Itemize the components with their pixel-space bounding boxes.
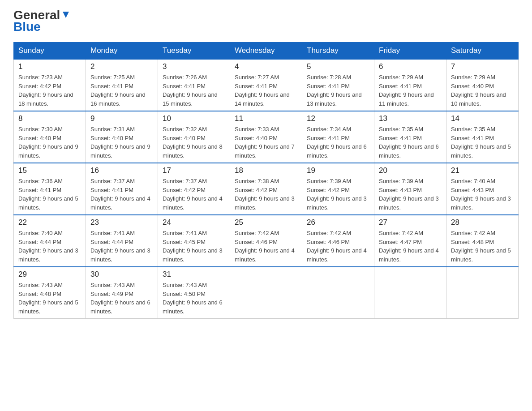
day-number: 8: [18, 114, 81, 123]
day-number: 12: [307, 114, 369, 123]
week-row-4: 22 Sunrise: 7:40 AM Sunset: 4:44 PM Dayl…: [14, 215, 519, 267]
day-number: 31: [163, 270, 225, 279]
header-wednesday: Wednesday: [230, 43, 302, 60]
logo-arrow-icon: [61, 10, 71, 20]
day-number: 20: [379, 166, 442, 175]
day-number: 16: [90, 166, 153, 175]
week-row-1: 1 Sunrise: 7:23 AM Sunset: 4:42 PM Dayli…: [14, 59, 519, 111]
day-number: 6: [379, 62, 442, 71]
calendar-cell: 28 Sunrise: 7:42 AM Sunset: 4:48 PM Dayl…: [446, 215, 519, 267]
svg-marker-0: [63, 12, 69, 18]
header-thursday: Thursday: [302, 43, 374, 60]
calendar-cell: 15 Sunrise: 7:36 AM Sunset: 4:41 PM Dayl…: [14, 163, 86, 215]
day-info: Sunrise: 7:43 AM Sunset: 4:48 PM Dayligh…: [18, 281, 81, 316]
day-info: Sunrise: 7:41 AM Sunset: 4:44 PM Dayligh…: [90, 229, 153, 264]
calendar-cell: 3 Sunrise: 7:26 AM Sunset: 4:41 PM Dayli…: [158, 59, 230, 111]
week-row-3: 15 Sunrise: 7:36 AM Sunset: 4:41 PM Dayl…: [14, 163, 519, 215]
day-number: 17: [163, 166, 225, 175]
header-monday: Monday: [86, 43, 158, 60]
calendar-table: SundayMondayTuesdayWednesdayThursdayFrid…: [13, 42, 519, 319]
day-info: Sunrise: 7:31 AM Sunset: 4:40 PM Dayligh…: [90, 125, 153, 160]
calendar-cell: 12 Sunrise: 7:34 AM Sunset: 4:41 PM Dayl…: [302, 111, 374, 163]
calendar-cell: 27 Sunrise: 7:42 AM Sunset: 4:47 PM Dayl…: [374, 215, 446, 267]
day-info: Sunrise: 7:40 AM Sunset: 4:43 PM Dayligh…: [451, 177, 514, 212]
calendar-cell: 18 Sunrise: 7:38 AM Sunset: 4:42 PM Dayl…: [230, 163, 302, 215]
calendar-cell: 26 Sunrise: 7:42 AM Sunset: 4:46 PM Dayl…: [302, 215, 374, 267]
day-info: Sunrise: 7:42 AM Sunset: 4:47 PM Dayligh…: [379, 229, 442, 264]
day-number: 7: [451, 62, 514, 71]
calendar-cell: 25 Sunrise: 7:42 AM Sunset: 4:46 PM Dayl…: [230, 215, 302, 267]
day-number: 13: [379, 114, 442, 123]
day-number: 21: [451, 166, 514, 175]
header-sunday: Sunday: [14, 43, 86, 60]
calendar-cell: 31 Sunrise: 7:43 AM Sunset: 4:50 PM Dayl…: [158, 267, 230, 319]
calendar-cell: 20 Sunrise: 7:39 AM Sunset: 4:43 PM Dayl…: [374, 163, 446, 215]
day-info: Sunrise: 7:36 AM Sunset: 4:41 PM Dayligh…: [18, 177, 81, 212]
day-info: Sunrise: 7:29 AM Sunset: 4:41 PM Dayligh…: [379, 73, 442, 108]
day-info: Sunrise: 7:30 AM Sunset: 4:40 PM Dayligh…: [18, 125, 81, 160]
day-info: Sunrise: 7:32 AM Sunset: 4:40 PM Dayligh…: [163, 125, 225, 160]
calendar-cell: 22 Sunrise: 7:40 AM Sunset: 4:44 PM Dayl…: [14, 215, 86, 267]
calendar-cell: 4 Sunrise: 7:27 AM Sunset: 4:41 PM Dayli…: [230, 59, 302, 111]
calendar-cell: 30 Sunrise: 7:43 AM Sunset: 4:49 PM Dayl…: [86, 267, 158, 319]
calendar-cell: [230, 267, 302, 319]
day-number: 24: [163, 218, 225, 227]
day-info: Sunrise: 7:39 AM Sunset: 4:43 PM Dayligh…: [379, 177, 442, 212]
day-info: Sunrise: 7:37 AM Sunset: 4:41 PM Dayligh…: [90, 177, 153, 212]
day-info: Sunrise: 7:25 AM Sunset: 4:41 PM Dayligh…: [90, 73, 153, 108]
calendar-cell: 2 Sunrise: 7:25 AM Sunset: 4:41 PM Dayli…: [86, 59, 158, 111]
calendar-cell: 7 Sunrise: 7:29 AM Sunset: 4:40 PM Dayli…: [446, 59, 519, 111]
header-saturday: Saturday: [446, 43, 519, 60]
calendar-cell: 1 Sunrise: 7:23 AM Sunset: 4:42 PM Dayli…: [14, 59, 86, 111]
day-info: Sunrise: 7:35 AM Sunset: 4:41 PM Dayligh…: [451, 125, 514, 160]
day-info: Sunrise: 7:38 AM Sunset: 4:42 PM Dayligh…: [235, 177, 297, 212]
day-number: 14: [451, 114, 514, 123]
day-number: 1: [18, 62, 81, 71]
calendar-cell: 19 Sunrise: 7:39 AM Sunset: 4:42 PM Dayl…: [302, 163, 374, 215]
day-info: Sunrise: 7:40 AM Sunset: 4:44 PM Dayligh…: [18, 229, 81, 264]
calendar-cell: 17 Sunrise: 7:37 AM Sunset: 4:42 PM Dayl…: [158, 163, 230, 215]
header-friday: Friday: [374, 43, 446, 60]
calendar-cell: [374, 267, 446, 319]
day-info: Sunrise: 7:29 AM Sunset: 4:40 PM Dayligh…: [451, 73, 514, 108]
day-number: 27: [379, 218, 442, 227]
day-number: 3: [163, 62, 225, 71]
calendar-cell: [302, 267, 374, 319]
day-number: 23: [90, 218, 153, 227]
header-tuesday: Tuesday: [158, 43, 230, 60]
day-info: Sunrise: 7:33 AM Sunset: 4:40 PM Dayligh…: [235, 125, 297, 160]
day-info: Sunrise: 7:23 AM Sunset: 4:42 PM Dayligh…: [18, 73, 81, 108]
day-number: 9: [90, 114, 153, 123]
logo-blue: Blue: [13, 20, 41, 34]
day-number: 2: [90, 62, 153, 71]
page-header: General Blue: [13, 9, 519, 34]
calendar-cell: 5 Sunrise: 7:28 AM Sunset: 4:41 PM Dayli…: [302, 59, 374, 111]
calendar-cell: 16 Sunrise: 7:37 AM Sunset: 4:41 PM Dayl…: [86, 163, 158, 215]
calendar-cell: 13 Sunrise: 7:35 AM Sunset: 4:41 PM Dayl…: [374, 111, 446, 163]
day-info: Sunrise: 7:42 AM Sunset: 4:46 PM Dayligh…: [235, 229, 297, 264]
day-info: Sunrise: 7:43 AM Sunset: 4:49 PM Dayligh…: [90, 281, 153, 316]
day-number: 29: [18, 270, 81, 279]
day-number: 26: [307, 218, 369, 227]
calendar-cell: 21 Sunrise: 7:40 AM Sunset: 4:43 PM Dayl…: [446, 163, 519, 215]
day-info: Sunrise: 7:42 AM Sunset: 4:46 PM Dayligh…: [307, 229, 369, 264]
weekday-header-row: SundayMondayTuesdayWednesdayThursdayFrid…: [14, 43, 519, 60]
day-number: 11: [235, 114, 297, 123]
calendar-cell: 8 Sunrise: 7:30 AM Sunset: 4:40 PM Dayli…: [14, 111, 86, 163]
day-info: Sunrise: 7:37 AM Sunset: 4:42 PM Dayligh…: [163, 177, 225, 212]
day-info: Sunrise: 7:34 AM Sunset: 4:41 PM Dayligh…: [307, 125, 369, 160]
day-number: 10: [163, 114, 225, 123]
day-number: 18: [235, 166, 297, 175]
calendar-cell: [446, 267, 519, 319]
day-number: 19: [307, 166, 369, 175]
day-number: 15: [18, 166, 81, 175]
week-row-2: 8 Sunrise: 7:30 AM Sunset: 4:40 PM Dayli…: [14, 111, 519, 163]
logo: General Blue: [13, 9, 71, 34]
day-info: Sunrise: 7:26 AM Sunset: 4:41 PM Dayligh…: [163, 73, 225, 108]
day-info: Sunrise: 7:43 AM Sunset: 4:50 PM Dayligh…: [163, 281, 225, 316]
calendar-cell: 6 Sunrise: 7:29 AM Sunset: 4:41 PM Dayli…: [374, 59, 446, 111]
day-info: Sunrise: 7:35 AM Sunset: 4:41 PM Dayligh…: [379, 125, 442, 160]
day-info: Sunrise: 7:28 AM Sunset: 4:41 PM Dayligh…: [307, 73, 369, 108]
calendar-cell: 10 Sunrise: 7:32 AM Sunset: 4:40 PM Dayl…: [158, 111, 230, 163]
day-info: Sunrise: 7:27 AM Sunset: 4:41 PM Dayligh…: [235, 73, 297, 108]
